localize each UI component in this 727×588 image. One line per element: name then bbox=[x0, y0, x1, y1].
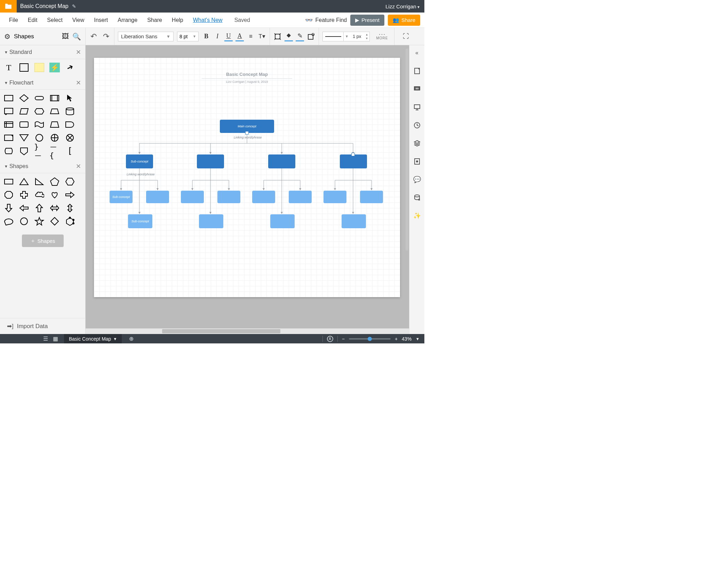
accessibility-icon[interactable]: A bbox=[327, 336, 333, 342]
node-bottom-2[interactable] bbox=[199, 214, 223, 228]
connector-shape[interactable] bbox=[34, 133, 45, 143]
line-color-button[interactable]: ✎ bbox=[296, 32, 304, 41]
line-style-select[interactable]: ▼ 1 px ▲▼ bbox=[322, 32, 370, 41]
text-shape[interactable]: T bbox=[3, 63, 14, 72]
close-icon[interactable]: ✕ bbox=[76, 79, 81, 87]
selection-handle[interactable] bbox=[351, 153, 355, 156]
add-page-button[interactable]: ⊕ bbox=[127, 335, 136, 342]
internal-storage-shape[interactable] bbox=[3, 120, 14, 129]
font-size-select[interactable]: 8 pt ▼ bbox=[177, 32, 199, 41]
trapezoid-shape[interactable] bbox=[49, 106, 60, 116]
presentation-icon[interactable] bbox=[413, 103, 421, 111]
tape-shape[interactable] bbox=[34, 120, 45, 129]
master-pages-icon[interactable] bbox=[413, 157, 421, 166]
undo-button[interactable]: ↶ bbox=[89, 32, 98, 41]
menu-view[interactable]: View bbox=[67, 15, 89, 25]
node-leaf-4b[interactable] bbox=[360, 191, 383, 203]
zoom-value[interactable]: 43% bbox=[402, 336, 412, 342]
note-shape[interactable] bbox=[3, 106, 14, 116]
node-bottom-4[interactable] bbox=[342, 214, 366, 228]
callout-shape[interactable] bbox=[3, 216, 14, 226]
cross-shape[interactable] bbox=[19, 190, 29, 200]
underline-button[interactable]: U bbox=[224, 32, 233, 41]
right-triangle-shape[interactable] bbox=[34, 177, 45, 186]
node-bottom-1[interactable]: Sub-concept bbox=[128, 214, 152, 228]
decision-shape[interactable] bbox=[19, 93, 29, 103]
horizontal-scrollbar[interactable] bbox=[86, 328, 409, 334]
italic-button[interactable]: I bbox=[213, 32, 222, 41]
terminator-shape[interactable] bbox=[34, 93, 45, 103]
search-icon[interactable]: 🔍 bbox=[72, 32, 81, 41]
list-view-icon[interactable]: ☰ bbox=[41, 335, 50, 342]
node-bottom-3[interactable] bbox=[270, 214, 295, 228]
pentagon-shape[interactable] bbox=[49, 177, 60, 186]
manual-input-shape[interactable] bbox=[49, 120, 60, 129]
arrow-right-shape[interactable] bbox=[65, 190, 75, 200]
data-shape[interactable] bbox=[19, 106, 29, 116]
node-leaf-1a[interactable]: Sub-concept bbox=[110, 191, 133, 203]
node-sub-4[interactable] bbox=[340, 154, 367, 168]
zoom-slider[interactable] bbox=[349, 338, 391, 340]
history-icon[interactable] bbox=[413, 121, 421, 129]
circle-shape[interactable] bbox=[19, 216, 29, 226]
shape-options-button[interactable] bbox=[307, 32, 315, 41]
layers-icon[interactable] bbox=[413, 139, 421, 148]
hexagon-shape[interactable] bbox=[34, 106, 45, 116]
line-width-value[interactable]: 1 px bbox=[350, 34, 364, 39]
close-icon[interactable]: ✕ bbox=[76, 48, 81, 56]
folder-icon[interactable] bbox=[0, 0, 17, 13]
node-leaf-4a[interactable] bbox=[323, 191, 346, 203]
pointer-shape[interactable] bbox=[65, 93, 75, 103]
more-toolbar-button[interactable]: ⋯ MORE bbox=[373, 33, 391, 40]
comments-icon[interactable]: 99 bbox=[413, 85, 421, 93]
redo-button[interactable]: ↷ bbox=[102, 32, 111, 41]
display-shape[interactable] bbox=[3, 146, 14, 156]
close-icon[interactable]: ✕ bbox=[76, 162, 81, 170]
feature-find-button[interactable]: 👓 Feature Find bbox=[305, 16, 347, 24]
rect-shape[interactable] bbox=[3, 177, 14, 186]
heart-shape[interactable] bbox=[49, 190, 60, 200]
menu-whats-new[interactable]: What's New bbox=[188, 15, 227, 25]
menu-insert[interactable]: Insert bbox=[89, 15, 113, 25]
page-shape[interactable] bbox=[3, 133, 14, 143]
gear-icon[interactable]: ⚙ bbox=[4, 32, 10, 41]
sticky-note-shape[interactable] bbox=[34, 63, 45, 72]
arrow-left-shape[interactable] bbox=[19, 203, 29, 213]
menu-file[interactable]: File bbox=[4, 15, 23, 25]
vertical-scrollbar[interactable] bbox=[406, 45, 409, 328]
menu-select[interactable]: Select bbox=[42, 15, 67, 25]
node-sub-1[interactable]: Sub-concept bbox=[126, 154, 153, 168]
node-leaf-1b[interactable] bbox=[146, 191, 169, 203]
brace-right-shape[interactable]: }⸺ bbox=[34, 146, 45, 156]
triangle-shape[interactable] bbox=[19, 177, 29, 186]
hex-shape[interactable] bbox=[65, 177, 75, 186]
rectangle-shape[interactable] bbox=[19, 63, 29, 72]
cloud-shape[interactable] bbox=[34, 190, 45, 200]
node-leaf-2b[interactable] bbox=[217, 191, 240, 203]
magic-icon[interactable]: ✨ bbox=[413, 212, 421, 220]
arrow-down-shape[interactable] bbox=[3, 203, 14, 213]
node-sub-3[interactable] bbox=[268, 154, 295, 168]
page-settings-icon[interactable] bbox=[413, 67, 421, 75]
grid-view-icon[interactable]: ▦ bbox=[51, 335, 60, 342]
present-button[interactable]: ▶ Present bbox=[350, 15, 384, 26]
menu-arrange[interactable]: Arrange bbox=[113, 15, 142, 25]
fill-color-button[interactable] bbox=[285, 32, 293, 41]
link-label-main[interactable]: Linking word/phrase bbox=[234, 136, 262, 139]
card-shape[interactable] bbox=[19, 120, 29, 129]
predefined-shape[interactable] bbox=[49, 93, 60, 103]
arrow-lr-shape[interactable] bbox=[49, 203, 60, 213]
octagon-shape[interactable] bbox=[3, 190, 14, 200]
canvas-scroll[interactable]: Basic Concept Map Lizz Corrigan | August… bbox=[86, 45, 409, 334]
process-shape[interactable] bbox=[3, 93, 14, 103]
text-options-button[interactable]: T▾ bbox=[258, 32, 266, 41]
or-shape[interactable] bbox=[65, 133, 75, 143]
node-leaf-2a[interactable] bbox=[181, 191, 204, 203]
font-family-select[interactable]: Liberation Sans ▼ bbox=[118, 32, 174, 41]
add-shapes-button[interactable]: ＋ Shapes bbox=[22, 235, 64, 247]
offpage-shape[interactable] bbox=[19, 146, 29, 156]
line-width-stepper[interactable]: ▲▼ bbox=[364, 33, 369, 40]
menu-help[interactable]: Help bbox=[167, 15, 188, 25]
document-title[interactable]: Basic Concept Map bbox=[17, 3, 72, 9]
palette-header-standard[interactable]: ▼ Standard ✕ bbox=[0, 45, 85, 59]
